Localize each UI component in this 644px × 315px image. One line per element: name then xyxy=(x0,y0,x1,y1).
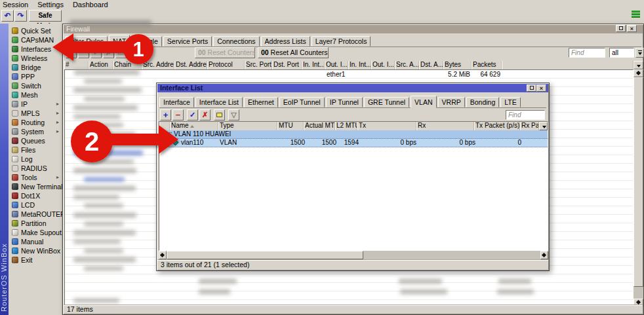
col-src-address-list[interactable]: Src. A... xyxy=(395,61,419,69)
scroll-thumb[interactable] xyxy=(167,251,363,259)
sidebar-item-queues[interactable]: Queues xyxy=(9,136,61,145)
col-number[interactable]: # xyxy=(64,61,89,69)
scroll-up-icon[interactable] xyxy=(634,69,643,77)
col-src-address[interactable]: Src. Address xyxy=(142,61,174,69)
add-button[interactable]: + xyxy=(160,109,171,120)
col-dst-address-list[interactable]: Dst. A... xyxy=(419,61,443,69)
col-type[interactable]: Type xyxy=(218,122,277,130)
col-src-port[interactable]: Src. Port xyxy=(245,61,272,69)
firewall-filter-dropdown[interactable]: all xyxy=(609,48,634,58)
undo-icon[interactable]: ↶ xyxy=(1,10,14,22)
reset-all-counters-button[interactable]: 00 Reset All Counters xyxy=(258,47,329,58)
sidebar-item-capsman[interactable]: CAPsMAN xyxy=(9,35,61,45)
scroll-thumb[interactable] xyxy=(634,77,643,287)
col-action[interactable]: Action xyxy=(89,61,113,69)
tab-connections[interactable]: Connections xyxy=(213,36,259,46)
sidebar-item-files[interactable]: Files xyxy=(9,145,61,155)
sidebar-item-new-terminal[interactable]: New Terminal xyxy=(9,182,61,191)
sidebar-item-mpls[interactable]: MPLS xyxy=(9,109,61,118)
tab-ethernet[interactable]: Ethernet xyxy=(244,97,278,107)
sidebar-item-wireless[interactable]: Wireless xyxy=(9,54,61,63)
col-out-interface[interactable]: Out. I... xyxy=(325,61,348,69)
sidebar-item-tools[interactable]: Tools xyxy=(9,173,61,182)
col-name[interactable]: Name xyxy=(170,122,218,130)
filter-icon[interactable]: ▽ xyxy=(228,109,239,120)
col-l2-mtu[interactable]: L2 MTU xyxy=(335,122,357,130)
add-button[interactable]: + xyxy=(66,47,77,58)
col-in-interface[interactable]: In. Int... xyxy=(302,61,325,69)
table-row-vlan110[interactable]: R vlan110 VLAN 1500 1500 1594 0 bps 0 bp… xyxy=(159,139,548,147)
col-dst-address[interactable]: Dst. Address xyxy=(174,61,207,69)
table-row-comment[interactable]: ;;; VLAN 110 HUAWEI xyxy=(159,130,548,139)
sidebar-item-switch[interactable]: Switch xyxy=(9,81,61,90)
sidebar-item-mesh[interactable]: Mesh xyxy=(9,90,61,100)
tab-bonding[interactable]: Bonding xyxy=(466,97,500,107)
tab-address-lists[interactable]: Address Lists xyxy=(261,36,310,46)
sidebar-item-metarouter[interactable]: MetaROUTER xyxy=(9,210,61,219)
comment-button[interactable]: ▭ xyxy=(115,47,127,58)
tab-vrrp[interactable]: VRRP xyxy=(438,97,465,107)
tab-ip-tunnel[interactable]: IP Tunnel xyxy=(326,97,363,107)
col-out-interface-list[interactable]: Out. I... xyxy=(371,61,395,69)
tab-service-ports[interactable]: Service Ports xyxy=(163,36,212,46)
firewall-vscrollbar[interactable] xyxy=(634,69,643,306)
tab-nat[interactable]: NAT xyxy=(109,35,130,47)
disable-button[interactable]: ✗ xyxy=(103,47,114,58)
close-icon[interactable]: × xyxy=(536,84,546,92)
enable-button[interactable]: ✓ xyxy=(91,47,102,58)
filter-dropdown-icon[interactable] xyxy=(635,48,644,58)
tab-mangle[interactable]: Mangle xyxy=(131,36,161,46)
sidebar-item-make-supout[interactable]: Make Supout.rif xyxy=(9,228,61,237)
menu-session[interactable]: Session xyxy=(3,1,28,9)
menu-dashboard[interactable]: Dashboard xyxy=(73,1,108,9)
col-chain[interactable]: Chain xyxy=(113,61,142,69)
close-icon[interactable]: × xyxy=(627,25,637,32)
sidebar-item-partition[interactable]: Partition xyxy=(9,219,61,228)
disable-button[interactable]: ✗ xyxy=(199,109,211,120)
redo-icon[interactable]: ↷ xyxy=(14,10,27,22)
tab-eoip-tunnel[interactable]: EoIP Tunnel xyxy=(279,97,325,107)
sidebar-item-bridge[interactable]: Bridge xyxy=(9,63,61,72)
tab-interface[interactable]: Interface xyxy=(159,97,194,107)
sidebar-item-interfaces[interactable]: Interfaces xyxy=(9,45,61,54)
column-selector-icon[interactable] xyxy=(539,122,548,130)
col-protocol[interactable]: Protocol xyxy=(207,61,245,69)
maximize-icon[interactable] xyxy=(616,25,626,32)
col-tx[interactable]: Tx xyxy=(357,122,416,130)
scroll-right-icon[interactable] xyxy=(540,251,548,259)
remove-button[interactable]: − xyxy=(78,47,89,58)
enable-button[interactable]: ✓ xyxy=(187,109,198,120)
col-dst-port[interactable]: Dst. Port xyxy=(272,61,302,69)
sidebar-item-routing[interactable]: Routing xyxy=(9,118,61,127)
col-in-interface-list[interactable]: In. Int... xyxy=(348,61,371,69)
sidebar-item-system[interactable]: System xyxy=(9,127,61,136)
sidebar-item-quick-set[interactable]: Quick Set xyxy=(9,26,61,35)
col-rx[interactable]: Rx xyxy=(416,122,474,130)
sidebar-item-radius[interactable]: RADIUS xyxy=(9,164,61,173)
safe-mode-button[interactable]: Safe Mode xyxy=(29,10,62,22)
scroll-left-icon[interactable] xyxy=(159,251,167,259)
col-actual-mtu[interactable]: Actual MTU xyxy=(304,122,335,130)
sidebar-item-log[interactable]: Log xyxy=(9,155,61,164)
tab-interface-list[interactable]: Interface List xyxy=(195,97,243,107)
maximize-icon[interactable] xyxy=(527,84,536,92)
col-bytes[interactable]: Bytes xyxy=(443,61,472,69)
tab-gre-tunnel[interactable]: GRE Tunnel xyxy=(364,97,409,107)
column-selector-icon[interactable] xyxy=(634,61,643,69)
sidebar-item-dot1x[interactable]: Dot1X xyxy=(9,191,61,200)
comment-button[interactable] xyxy=(214,109,225,120)
tab-layer7-protocols[interactable]: Layer7 Protocols xyxy=(312,36,371,46)
sidebar-item-lcd[interactable]: LCD xyxy=(9,200,61,210)
sidebar-item-exit[interactable]: Exit xyxy=(9,255,61,265)
col-packets[interactable]: Packets xyxy=(472,61,502,69)
reset-counters-button[interactable]: 00 Reset Counters xyxy=(195,47,255,58)
tab-vlan[interactable]: VLAN xyxy=(411,96,436,108)
interface-list-hscrollbar[interactable] xyxy=(159,251,548,259)
tab-filter-rules[interactable]: Filter Rules xyxy=(65,36,108,46)
interface-list-find-input[interactable] xyxy=(506,110,545,120)
col-rx-packet[interactable]: Rx Pack xyxy=(520,122,539,130)
col-tx-packet[interactable]: Tx Packet (p/s) xyxy=(474,122,520,130)
sidebar-item-ip[interactable]: IP xyxy=(9,100,61,109)
tab-lte[interactable]: LTE xyxy=(500,97,520,107)
firewall-find-input[interactable] xyxy=(569,48,605,58)
